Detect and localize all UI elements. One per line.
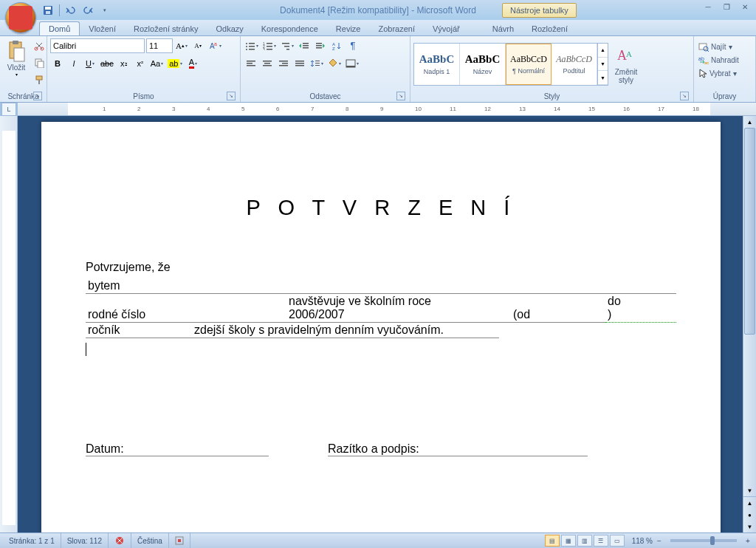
align-right-button[interactable]: [276, 55, 291, 71]
zoom-in-button[interactable]: +: [743, 537, 753, 545]
font-dialog-launcher[interactable]: ↘: [227, 92, 236, 100]
strikethrough-button[interactable]: abc: [99, 55, 115, 71]
tab-design[interactable]: Návrh: [484, 22, 523, 35]
increase-indent-button[interactable]: [313, 38, 328, 53]
qat-redo-icon[interactable]: [80, 3, 95, 18]
status-macro[interactable]: [169, 533, 190, 548]
zoom-out-button[interactable]: −: [654, 537, 664, 545]
align-left-button[interactable]: [244, 55, 258, 71]
font-color-button[interactable]: A: [185, 55, 200, 71]
grow-font-button[interactable]: A▴: [174, 38, 189, 53]
align-center-button[interactable]: [260, 55, 275, 71]
multilevel-button[interactable]: [279, 38, 295, 53]
style-subtitle[interactable]: AaBbCcDPodtitul: [551, 44, 597, 85]
replace-button[interactable]: abacNahradit: [697, 55, 740, 65]
draft-view[interactable]: ▭: [610, 535, 625, 547]
line-spacing-button[interactable]: [309, 55, 325, 71]
status-words[interactable]: Slova: 112: [61, 533, 109, 548]
next-page-icon[interactable]: ▼: [743, 521, 756, 532]
web-view[interactable]: ▥: [577, 535, 592, 547]
paste-button[interactable]: Vložit ▾: [3, 38, 30, 79]
clipboard-dialog-launcher[interactable]: ↘: [33, 92, 42, 100]
svg-rect-11: [38, 80, 40, 84]
format-painter-button[interactable]: [32, 72, 47, 87]
status-page[interactable]: Stránka: 1 z 1: [3, 533, 61, 548]
tab-layout[interactable]: Rozložení: [523, 22, 577, 35]
scroll-up-icon[interactable]: ▲: [743, 116, 756, 128]
subscript-button[interactable]: x₂: [117, 55, 131, 71]
font-size-input[interactable]: [146, 38, 173, 53]
svg-rect-32: [316, 43, 322, 44]
minimize-button[interactable]: ─: [700, 1, 716, 12]
sort-button[interactable]: AZ: [329, 38, 344, 53]
style-heading1[interactable]: AaBbCNadpis 1: [414, 44, 460, 85]
office-button[interactable]: [5, 2, 36, 33]
contextual-tab-label: Nástroje tabulky: [502, 3, 577, 18]
qat-undo-icon[interactable]: [63, 3, 78, 18]
document-page[interactable]: P O T V R Z E N Í Potvrzujeme, že bytem …: [41, 122, 721, 532]
outline-view[interactable]: ☰: [594, 535, 608, 547]
copy-button[interactable]: [32, 55, 47, 70]
superscript-button[interactable]: x²: [133, 55, 148, 71]
tab-selector[interactable]: L: [1, 103, 16, 116]
highlight-button[interactable]: ab: [166, 55, 184, 71]
style-scrollup[interactable]: ▲: [598, 44, 608, 58]
tab-references[interactable]: Odkazy: [207, 22, 252, 35]
font-name-input[interactable]: [50, 38, 145, 53]
close-button[interactable]: ✕: [737, 1, 753, 12]
tab-mailings[interactable]: Korespondence: [252, 22, 327, 35]
print-layout-view[interactable]: ▤: [545, 535, 560, 547]
style-more[interactable]: ▼: [598, 71, 608, 85]
style-title[interactable]: AaBbCNázev: [460, 44, 506, 85]
underline-button[interactable]: U: [83, 55, 97, 71]
tab-developer[interactable]: Vývojář: [424, 22, 469, 35]
paragraph-dialog-launcher[interactable]: ↘: [396, 92, 405, 100]
bullets-button[interactable]: [244, 38, 260, 53]
qat-customize-icon[interactable]: ▾: [97, 3, 112, 18]
change-case-button[interactable]: Aa: [149, 55, 165, 71]
change-styles-icon: AA: [614, 44, 638, 68]
svg-text:A: A: [626, 49, 632, 58]
vertical-scrollbar[interactable]: ▲ ▼ ▲ ● ▼: [743, 116, 756, 532]
tab-pagelayout[interactable]: Rozložení stránky: [125, 22, 207, 35]
svg-rect-25: [267, 49, 272, 50]
scroll-down-icon[interactable]: ▼: [743, 484, 756, 496]
styles-dialog-launcher[interactable]: ↘: [680, 92, 689, 100]
svg-rect-39: [247, 65, 255, 66]
restore-button[interactable]: ❐: [718, 1, 735, 12]
italic-button[interactable]: I: [66, 55, 81, 71]
prev-page-icon[interactable]: ▲: [743, 497, 756, 509]
tab-review[interactable]: Revize: [327, 22, 370, 35]
tab-home[interactable]: Domů: [39, 21, 80, 35]
fullscreen-view[interactable]: ▦: [561, 535, 576, 547]
browse-object-icon[interactable]: ●: [743, 509, 756, 521]
zoom-slider[interactable]: [670, 539, 737, 542]
justify-button[interactable]: [292, 55, 307, 71]
shading-button[interactable]: [326, 55, 343, 71]
show-marks-button[interactable]: ¶: [346, 38, 360, 53]
svg-rect-38: [247, 63, 252, 64]
select-button[interactable]: Vybrat ▾: [697, 67, 740, 79]
horizontal-ruler[interactable]: 123456789101112131415161718: [18, 103, 756, 116]
svg-point-14: [246, 43, 247, 44]
shrink-font-button[interactable]: A▾: [190, 38, 205, 53]
status-language[interactable]: Čeština: [131, 533, 169, 548]
cut-button[interactable]: [32, 38, 47, 53]
status-proofing[interactable]: [109, 533, 131, 548]
change-styles-button[interactable]: AA Změnit styly: [611, 42, 642, 86]
vertical-ruler[interactable]: [0, 116, 18, 532]
tab-view[interactable]: Zobrazení: [369, 22, 424, 35]
scroll-thumb[interactable]: [744, 128, 755, 335]
decrease-indent-button[interactable]: [297, 38, 312, 53]
style-normal[interactable]: AaBbCcD¶ Normální: [506, 44, 551, 85]
zoom-level[interactable]: 118 %: [632, 537, 653, 545]
style-scrolldown[interactable]: ▼: [598, 58, 608, 72]
tab-insert[interactable]: Vložení: [80, 22, 125, 35]
clear-formatting-button[interactable]: Aa: [207, 38, 223, 53]
qat-save-icon[interactable]: [41, 3, 55, 18]
borders-button[interactable]: [344, 55, 360, 71]
find-button[interactable]: Najít ▾: [697, 41, 740, 52]
svg-rect-19: [249, 49, 255, 50]
numbering-button[interactable]: 123: [261, 38, 278, 53]
bold-button[interactable]: B: [50, 55, 65, 71]
